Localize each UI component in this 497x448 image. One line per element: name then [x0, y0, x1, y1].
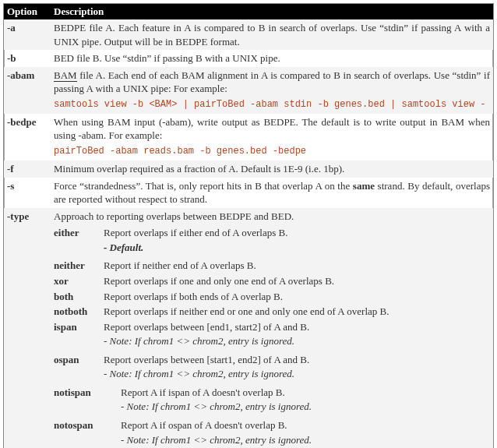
desc-abam-rest: file A. Each end of each BAM alignment i… [54, 69, 490, 95]
header-description: Description [51, 4, 493, 19]
opt-bedpe: -bedpe [4, 114, 51, 161]
row-bedpe: -bedpe When using BAM input (-abam), wri… [4, 114, 493, 161]
desc-f: Minimum overlap required as a fraction o… [51, 161, 493, 178]
type-neither-key: neither [54, 259, 104, 273]
type-notospan: notospan Report A if ospan of A doesn't … [54, 418, 490, 432]
type-xor-key: xor [54, 274, 104, 288]
type-xor: xor Report overlaps if one and only one … [54, 274, 490, 288]
row-f: -f Minimum overlap required as a fractio… [4, 161, 493, 178]
type-notospan-val: Report A if ospan of A doesn't overlap B… [121, 418, 490, 432]
type-ospan: ospan Report overlaps between [start1, e… [54, 353, 490, 367]
header-option: Option [4, 4, 51, 19]
desc-type: Approach to reporting overlaps between B… [51, 208, 493, 448]
desc-b: BED file B. Use “stdin” if passing B wit… [51, 50, 493, 67]
opt-type: -type [4, 208, 51, 448]
table-header-row: Option Description [4, 4, 493, 19]
desc-abam: BAM file A. Each end of each BAM alignme… [51, 67, 493, 114]
type-either-note: - Default. [104, 241, 490, 255]
type-ospan-val: Report overlaps between [start1, end2] o… [104, 353, 490, 367]
opt-f: -f [4, 161, 51, 178]
type-ispan-key: ispan [54, 320, 104, 334]
opt-b: -b [4, 50, 51, 67]
row-b: -b BED file B. Use “stdin” if passing B … [4, 50, 493, 67]
code-abam: samtools view -b <BAM> | pairToBed -abam… [54, 98, 490, 111]
row-type: -type Approach to reporting overlaps bet… [4, 208, 493, 448]
type-notboth-key: notboth [54, 305, 104, 319]
type-either: either Report overlaps if either end of … [54, 226, 490, 240]
opt-abam: -abam [4, 67, 51, 114]
type-notospan-key: notospan [54, 418, 121, 432]
type-either-key: either [54, 226, 104, 240]
type-ospan-key: ospan [54, 353, 104, 367]
type-both-key: both [54, 290, 104, 304]
type-sublist: either Report overlaps if either end of … [54, 226, 490, 446]
type-notispan-key: notispan [54, 386, 121, 400]
type-either-val: Report overlaps if either end of A overl… [104, 226, 490, 240]
type-notboth: notboth Report overlaps if neither end o… [54, 305, 490, 319]
row-abam: -abam BAM file A. Each end of each BAM a… [4, 67, 493, 114]
type-notospan-note: - Note: If chrom1 <> chrom2, entry is ig… [121, 433, 490, 447]
type-notispan-note: - Note: If chrom1 <> chrom2, entry is ig… [121, 400, 490, 414]
desc-bedpe-text: When using BAM input (-abam), write outp… [54, 116, 490, 142]
type-ispan-note: - Note: If chrom1 <> chrom2, entry is ig… [104, 334, 490, 348]
row-s: -s Force “strandedness”. That is, only r… [4, 178, 493, 208]
type-both-val: Report overlaps if both ends of A overla… [104, 290, 490, 304]
options-table: Option Description -a BEDPE file A. Each… [4, 4, 493, 448]
desc-type-intro: Approach to reporting overlaps between B… [54, 210, 294, 222]
desc-a: BEDPE file A. Each feature in A is compa… [51, 19, 493, 50]
type-xor-val: Report overlaps if one and only one end … [104, 274, 490, 288]
type-neither: neither Report if neither end of A overl… [54, 259, 490, 273]
options-table-frame: Option Description -a BEDPE file A. Each… [3, 3, 494, 448]
type-neither-val: Report if neither end of A overlaps B. [104, 259, 490, 273]
type-either-note-text: - Default. [104, 242, 143, 253]
row-a: -a BEDPE file A. Each feature in A is co… [4, 19, 493, 50]
type-ispan: ispan Report overlaps between [end1, sta… [54, 320, 490, 334]
type-notboth-val: Report overlaps if neither end or one an… [104, 305, 490, 319]
opt-s: -s [4, 178, 51, 208]
type-both: both Report overlaps if both ends of A o… [54, 290, 490, 304]
type-ospan-note: - Note: If chrom1 <> chrom2, entry is ig… [104, 367, 490, 381]
desc-s-pre: Force “strandedness”. That is, only repo… [54, 180, 353, 192]
type-notispan-val: Report A if ispan of A doesn't overlap B… [121, 386, 490, 400]
code-bedpe: pairToBed -abam reads.bam -b genes.bed -… [54, 145, 490, 157]
opt-a: -a [4, 19, 51, 50]
type-notispan: notispan Report A if ispan of A doesn't … [54, 386, 490, 400]
type-ispan-val: Report overlaps between [end1, start2] o… [104, 320, 490, 334]
desc-s: Force “strandedness”. That is, only repo… [51, 178, 493, 208]
desc-s-same: same [353, 180, 375, 192]
desc-abam-bam: BAM [54, 69, 77, 82]
desc-bedpe: When using BAM input (-abam), write outp… [51, 114, 493, 161]
